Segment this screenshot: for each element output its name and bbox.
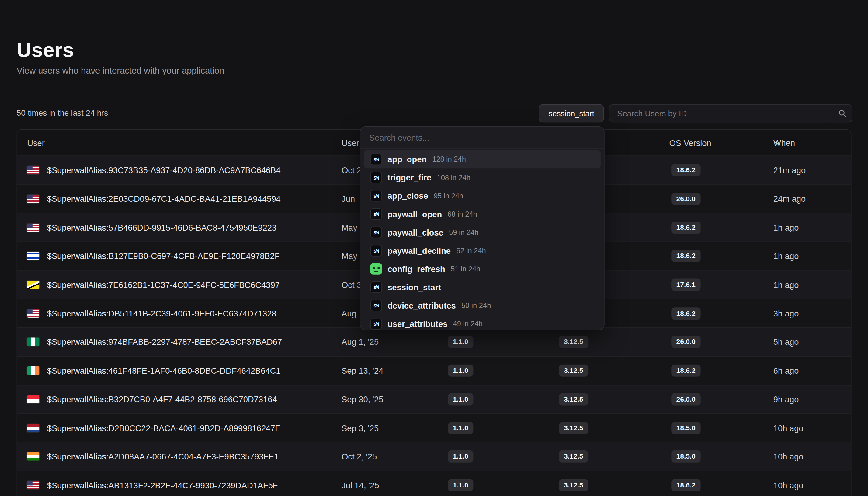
event-name: config_refresh	[387, 264, 445, 274]
os-version-badge: 18.6.2	[671, 307, 701, 320]
event-list-item[interactable]: $W trigger_fire 108 in 24h	[364, 168, 601, 187]
app-version-badge: 1.1.0	[448, 422, 473, 434]
country-flag-icon	[27, 252, 39, 260]
event-name: session_start	[387, 282, 441, 292]
user-alias: $SuperwallAlias:57B466DD-9915-46D6-BAC8-…	[47, 223, 276, 232]
user-alias: $SuperwallAlias:93C73B35-A937-4D20-86DB-…	[47, 166, 281, 175]
event-count: 95 in 24h	[434, 192, 463, 200]
event-count: 128 in 24h	[432, 155, 466, 164]
user-since-cell: Sep 13, '24	[341, 366, 383, 375]
when-cell: 21m ago	[773, 166, 806, 175]
col-header-os-version: OS Version	[670, 138, 711, 147]
search-icon	[832, 109, 852, 118]
users-page: Users View users who have interacted wit…	[0, 0, 868, 496]
os-version-badge: 26.0.0	[671, 192, 701, 205]
user-alias: $SuperwallAlias:7E6162B1-1C37-4C0E-94FC-…	[47, 280, 280, 289]
event-name: device_attributes	[387, 301, 456, 310]
event-search-input[interactable]	[360, 127, 604, 149]
user-since-cell: Jul 14, '25	[341, 480, 379, 490]
event-list-item[interactable]: $W session_start	[364, 278, 601, 296]
event-count: 108 in 24h	[437, 173, 471, 182]
when-cell: 10h ago	[773, 480, 804, 490]
sdk-version-badge: 3.12.5	[559, 365, 588, 377]
app-version-badge: 1.1.0	[448, 365, 473, 377]
event-name: user_attributes	[387, 319, 447, 328]
col-header-when[interactable]: When	[773, 139, 781, 146]
event-icon: $W	[370, 172, 382, 183]
event-name: paywall_decline	[387, 246, 451, 255]
event-count-text: 50 times in the last 24 hrs	[17, 104, 108, 122]
user-alias: $SuperwallAlias:2E03CD09-67C1-4ADC-BA41-…	[47, 194, 281, 204]
when-cell: 1h ago	[773, 223, 799, 232]
user-since-cell: May	[341, 223, 357, 232]
event-name: app_open	[387, 155, 427, 164]
user-search-box	[609, 104, 852, 122]
os-version-badge: 26.0.0	[671, 393, 701, 405]
user-alias: $SuperwallAlias:D2B0CC22-BACA-4061-9B2D-…	[47, 423, 281, 433]
event-filter-button[interactable]: session_start	[539, 104, 604, 122]
event-count: 68 in 24h	[447, 210, 477, 218]
os-version-badge: 18.6.2	[671, 365, 701, 377]
event-list-item[interactable]: $W app_open 128 in 24h	[364, 150, 601, 168]
user-alias: $SuperwallAlias:DB51141B-2C39-4061-9EF0-…	[47, 309, 276, 318]
os-version-badge: 18.6.2	[671, 221, 701, 234]
user-alias: $SuperwallAlias:974BFABB-2297-4787-BEEC-…	[47, 337, 282, 346]
event-count: 51 in 24h	[451, 265, 480, 273]
event-icon: $W	[370, 300, 382, 311]
user-since-cell: Aug 1, '25	[341, 337, 379, 346]
event-count: 52 in 24h	[456, 247, 486, 255]
sdk-version-badge: 3.12.5	[559, 422, 588, 434]
user-alias: $SuperwallAlias:A2D08AA7-0667-4C04-A7F3-…	[47, 452, 279, 461]
table-row[interactable]: $SuperwallAlias:461F48FE-1AF0-46B0-8DBC-…	[17, 357, 851, 385]
sdk-version-badge: 3.12.5	[559, 336, 588, 348]
user-alias: $SuperwallAlias:AB1313F2-2B2F-44C7-9930-…	[47, 480, 278, 490]
os-version-badge: 18.6.2	[671, 250, 701, 262]
event-list-item[interactable]: $W device_attributes 50 in 24h	[364, 296, 601, 315]
country-flag-icon	[27, 395, 39, 403]
table-row[interactable]: $SuperwallAlias:974BFABB-2297-4787-BEEC-…	[17, 328, 851, 357]
os-version-badge: 18.6.2	[671, 164, 701, 176]
user-since-cell: Oct 2	[341, 166, 361, 175]
user-alias: $SuperwallAlias:B127E9B0-C697-4CFB-AE9E-…	[47, 251, 280, 261]
event-list-item[interactable]: $W paywall_open 68 in 24h	[364, 205, 601, 223]
when-cell: 10h ago	[773, 423, 804, 433]
event-count: 49 in 24h	[453, 320, 483, 328]
table-row[interactable]: $SuperwallAlias:A2D08AA7-0667-4C04-A7F3-…	[17, 443, 851, 471]
user-since-cell: Sep 3, '25	[341, 423, 379, 433]
table-row[interactable]: $SuperwallAlias:AB1313F2-2B2F-44C7-9930-…	[17, 471, 851, 496]
event-list-item[interactable]: $W paywall_close 59 in 24h	[364, 223, 601, 242]
sdk-version-badge: 3.12.5	[559, 450, 588, 463]
user-since-cell: Sep 30, '25	[341, 395, 383, 404]
when-cell: 1h ago	[773, 251, 799, 261]
user-since-cell: Oct 3	[341, 280, 361, 289]
event-name: trigger_fire	[387, 173, 431, 182]
event-name: app_close	[387, 191, 428, 201]
event-list-item[interactable]: config_refresh 51 in 24h	[364, 260, 601, 278]
page-subtitle: View users who have interacted with your…	[17, 66, 224, 76]
app-version-badge: 1.1.0	[448, 479, 473, 491]
when-cell: 6h ago	[773, 366, 799, 375]
country-flag-icon	[27, 481, 39, 489]
event-search-dropdown: $W app_open 128 in 24h $W trigger_fire 1…	[360, 126, 605, 330]
country-flag-icon	[27, 452, 39, 461]
col-header-user: User	[27, 138, 45, 147]
event-list-item[interactable]: $W app_close 95 in 24h	[364, 187, 601, 205]
event-icon: $W	[370, 190, 382, 201]
user-alias: $SuperwallAlias:461F48FE-1AF0-46B0-8DBC-…	[47, 366, 281, 375]
event-name: paywall_close	[387, 228, 444, 237]
os-version-badge: 17.6.1	[671, 279, 701, 291]
event-icon: $W	[370, 208, 382, 220]
user-search-input[interactable]	[610, 105, 832, 122]
os-version-badge: 18.5.0	[671, 422, 701, 434]
event-icon: $W	[370, 153, 382, 165]
table-row[interactable]: $SuperwallAlias:B32D7CB0-A4F7-44B2-8758-…	[17, 385, 851, 414]
when-cell: 24m ago	[773, 194, 806, 204]
event-list-item[interactable]: $W user_attributes 49 in 24h	[364, 315, 601, 330]
user-since-cell: Oct 2, '25	[341, 452, 377, 461]
country-flag-icon	[27, 309, 39, 317]
event-count: 50 in 24h	[461, 301, 491, 309]
os-version-badge: 26.0.0	[671, 336, 701, 348]
event-list-item[interactable]: $W paywall_decline 52 in 24h	[364, 242, 601, 260]
table-row[interactable]: $SuperwallAlias:D2B0CC22-BACA-4061-9B2D-…	[17, 414, 851, 443]
country-flag-icon	[27, 166, 39, 174]
